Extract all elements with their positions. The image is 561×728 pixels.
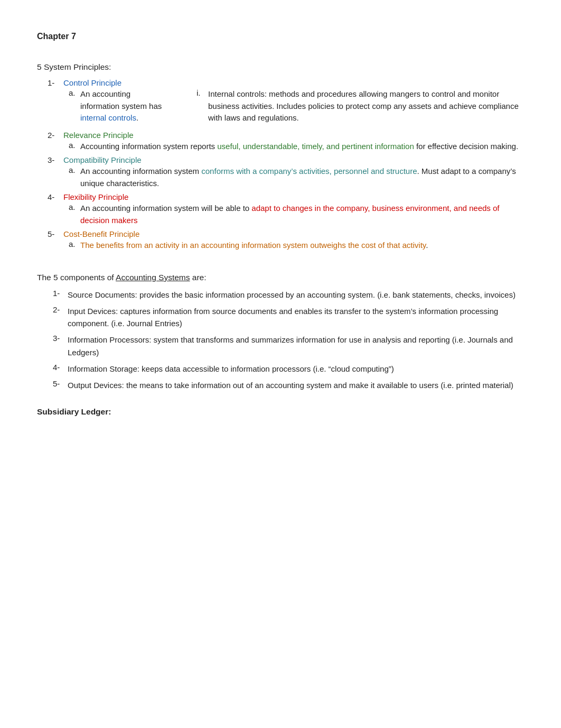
principle-number-5: 5-	[48, 229, 63, 238]
component-number-3: 3-	[53, 334, 68, 343]
component-item-5: 5-Output Devices: the means to take info…	[53, 379, 524, 391]
sub-text-5-1: The benefits from an activity in an acco…	[80, 239, 428, 252]
component-text-2: Input Devices: captures information from…	[68, 305, 524, 330]
principle-name-4: Flexibility Principle	[63, 192, 128, 201]
principle-name-5: Cost-Benefit Principle	[63, 229, 139, 238]
sub-list-1: a.An accounting information system has i…	[69, 88, 524, 127]
component-item-2: 2-Input Devices: captures information fr…	[53, 305, 524, 330]
component-item-3: 3-Information Processors: system that tr…	[53, 334, 524, 358]
principle-header-5: 5-Cost-Benefit Principle	[48, 229, 524, 238]
principle-item-3: 3-Compatibility Principlea.An accounting…	[48, 155, 524, 189]
component-text-1: Source Documents: provides the basic inf…	[68, 289, 516, 301]
principle-header-1: 1-Control Principle	[48, 78, 524, 87]
principle-item-2: 2-Relevance Principlea.Accounting inform…	[48, 131, 524, 153]
principle-item-5: 5-Cost-Benefit Principlea.The benefits f…	[48, 229, 524, 252]
component-number-4: 4-	[53, 363, 68, 372]
component-text-4: Information Storage: keeps data accessib…	[68, 363, 394, 375]
components-heading-prefix: The 5 components of	[37, 273, 116, 282]
components-section: The 5 components of Accounting Systems a…	[37, 273, 524, 392]
components-heading-suffix: are:	[190, 273, 207, 282]
component-text-5: Output Devices: the means to take inform…	[68, 379, 513, 391]
sub-label-1-1: a.	[69, 88, 80, 97]
component-number-5: 5-	[53, 379, 68, 388]
sub-list-5: a.The benefits from an activity in an ac…	[69, 239, 524, 252]
components-heading: The 5 components of Accounting Systems a…	[37, 273, 524, 282]
sub-sub-list-1: i.Internal controls: methods and procedu…	[197, 88, 524, 125]
principle-header-4: 4-Flexibility Principle	[48, 192, 524, 201]
principle-header-2: 2-Relevance Principle	[48, 131, 524, 140]
sub-list-4: a.An accounting information system will …	[69, 202, 524, 226]
principle-name-3: Compatibility Principle	[63, 155, 142, 164]
principle-item-4: 4-Flexibility Principlea.An accounting i…	[48, 192, 524, 226]
component-number-1: 1-	[53, 289, 68, 298]
sub-list-3: a.An accounting information system confo…	[69, 165, 524, 189]
sub-label-5-1: a.	[69, 239, 80, 248]
principles-heading-text: 5 System Principles:	[37, 62, 111, 71]
component-item-1: 1-Source Documents: provides the basic i…	[53, 289, 524, 301]
principle-name-1: Control Principle	[63, 78, 121, 87]
sub-text-3-1: An accounting information system conform…	[80, 165, 524, 189]
components-heading-underline: Accounting Systems	[116, 273, 190, 282]
sub-item-1-1: a.An accounting information system has i…	[69, 88, 524, 127]
principle-name-2: Relevance Principle	[63, 131, 134, 140]
sub-list-2: a.Accounting information system reports …	[69, 141, 524, 153]
sub-item-2-1: a.Accounting information system reports …	[69, 141, 524, 153]
subsidiary-heading: Subsidiary Ledger:	[37, 407, 524, 417]
sub-sub-item-0: i.Internal controls: methods and procedu…	[197, 88, 524, 124]
components-list: 1-Source Documents: provides the basic i…	[53, 289, 524, 392]
sub-item-3-1: a.An accounting information system confo…	[69, 165, 524, 189]
principle-number-4: 4-	[48, 192, 63, 201]
component-item-4: 4-Information Storage: keeps data access…	[53, 363, 524, 375]
principles-list: 1-Control Principlea.An accounting infor…	[48, 78, 524, 252]
principle-number-1: 1-	[48, 78, 63, 87]
component-number-2: 2-	[53, 305, 68, 314]
sub-text-4-1: An accounting information system will be…	[80, 202, 524, 226]
sub-item-4-1: a.An accounting information system will …	[69, 202, 524, 226]
chapter-title: Chapter 7	[37, 32, 524, 41]
principle-number-3: 3-	[48, 155, 63, 164]
component-text-3: Information Processors: system that tran…	[68, 334, 524, 358]
principle-item-1: 1-Control Principlea.An accounting infor…	[48, 78, 524, 127]
sub-label-2-1: a.	[69, 141, 80, 150]
sub-item-5-1: a.The benefits from an activity in an ac…	[69, 239, 524, 252]
principle-header-3: 3-Compatibility Principle	[48, 155, 524, 164]
sub-label-4-1: a.	[69, 202, 80, 211]
sub-text-2-1: Accounting information system reports us…	[80, 141, 518, 153]
principle-number-2: 2-	[48, 131, 63, 140]
sub-label-3-1: a.	[69, 165, 80, 174]
sub-text-1-1: An accounting information system has int…	[80, 88, 170, 124]
principles-heading: 5 System Principles:	[37, 62, 524, 72]
